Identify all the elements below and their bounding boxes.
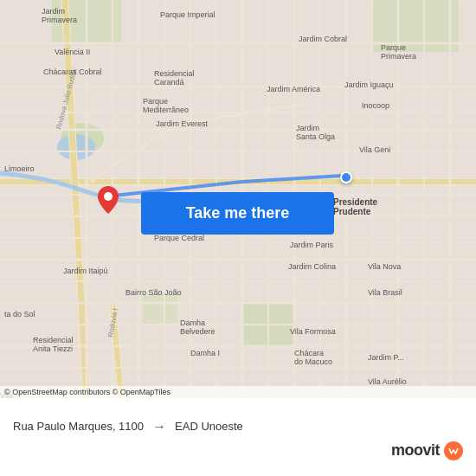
route-info: Rua Paulo Marques, 1100 → EAD Unoeste bbox=[0, 410, 476, 439]
moovit-icon bbox=[444, 441, 463, 460]
moovit-logo-bar: moovit bbox=[0, 439, 476, 465]
svg-rect-6 bbox=[143, 294, 177, 325]
moovit-brand-text: moovit bbox=[391, 441, 440, 460]
bottom-bar: Rua Paulo Marques, 1100 → EAD Unoeste mo… bbox=[0, 398, 476, 476]
location-pin bbox=[98, 186, 119, 212]
map-attribution: © OpenStreetMap contributors © OpenMapTi… bbox=[0, 386, 476, 398]
map-container: Rodova Julio Budisk Rodovia I JardimPrim… bbox=[0, 0, 476, 398]
route-from: Rua Paulo Marques, 1100 bbox=[13, 420, 144, 433]
svg-point-47 bbox=[104, 192, 113, 201]
route-arrow: → bbox=[152, 419, 166, 434]
route-to: EAD Unoeste bbox=[175, 420, 243, 433]
destination-dot bbox=[340, 171, 352, 183]
take-me-there-button[interactable]: Take me there bbox=[141, 192, 334, 235]
moovit-logo: moovit bbox=[391, 441, 463, 460]
